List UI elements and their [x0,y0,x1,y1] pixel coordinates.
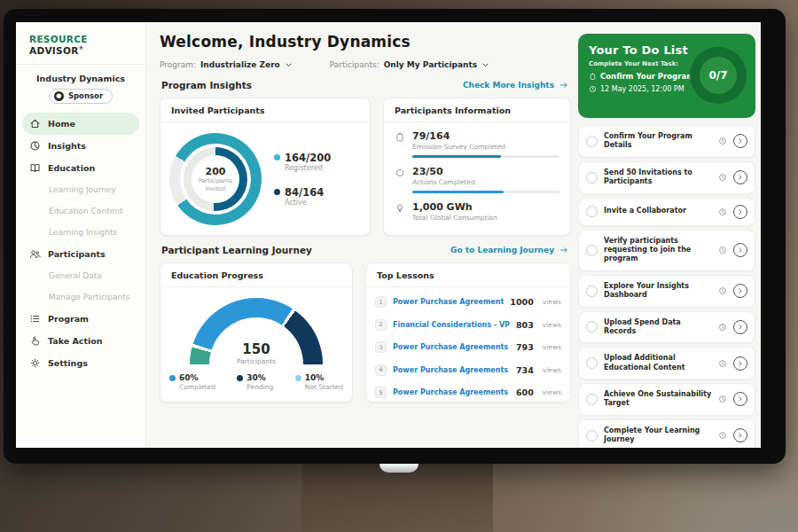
task-label: Explore Your Insights Dashboard [604,282,712,301]
lesson-views: 734 [516,365,534,375]
top-lessons-card: Top Lessons 1 Power Purchase Agreements … [365,262,571,403]
chevron-right-icon [737,395,744,403]
task-open-button[interactable] [733,356,747,371]
task-open-button[interactable] [733,392,747,406]
go-to-learning-journey-link[interactable]: Go to Learning Journey [450,246,569,254]
clock-icon [718,323,727,332]
sidebar-item-learning-insights[interactable]: Learning Insights [16,222,145,243]
clock-icon [718,431,727,440]
org-name: Industry Dynamics [16,74,145,83]
task-item[interactable]: Verify participants requesting to join t… [578,230,755,271]
sidebar-item-home[interactable]: Home [22,113,139,135]
task-label: Confirm Your Program Details [604,132,712,151]
task-open-button[interactable] [733,284,747,298]
legend-label: Pending [237,383,273,391]
task-item[interactable]: Invite a Collaborator [578,198,755,226]
task-open-button[interactable] [733,320,747,334]
task-checkbox[interactable] [586,286,598,297]
card-title: Participants Information [384,98,570,122]
sidebar-item-insights[interactable]: Insights [16,135,145,157]
todo-panel: Your To Do List Complete Your Next Task:… [578,22,761,448]
program-select[interactable]: Program: Industrialize Zero [160,60,293,69]
task-checkbox[interactable] [586,172,598,184]
participants-select[interactable]: Participants: Only My Participants [330,60,489,69]
info-value: 79/164 [412,130,559,142]
lesson-views: 793 [516,342,534,352]
task-checkbox[interactable] [586,136,598,147]
task-open-button[interactable] [733,205,747,219]
clock-icon [718,359,727,368]
sidebar-item-settings[interactable]: Settings [16,352,145,374]
task-label: Achieve One Sustainability Target [604,390,712,409]
legend-entry-active: 84/164 Active [274,186,331,207]
sidebar-item-learning-journey[interactable]: Learning Journey [16,179,145,200]
sidebar-item-general-data[interactable]: General Data [16,265,145,286]
task-item[interactable]: Confirm Your Program Details [578,125,755,158]
clock-icon [718,173,727,182]
todo-progress-value: 0/7 [708,69,727,82]
clipboard-icon [589,73,597,81]
take-action-icon [29,335,41,347]
views-suffix: views [543,388,561,396]
task-item[interactable]: Upload Spend Data Records [578,311,755,344]
task-label: Complete Your Learning Journey [604,426,712,445]
task-open-button[interactable] [733,243,747,257]
task-item[interactable]: Achieve One Sustainability Target [578,383,755,416]
invited-participants-card: Invited Participants 200 Participants In… [160,98,371,236]
sidebar-item-participants[interactable]: Participants [16,243,145,265]
card-title: Invited Participants [160,98,370,122]
task-checkbox[interactable] [586,394,598,405]
sidebar-item-manage-participants[interactable]: Manage Participants [16,286,145,308]
lesson-link[interactable]: Power Purchase Agreements 101 [393,298,504,306]
education-legend: 60% Completed 30% Pending 10% Not Starte… [160,365,352,391]
task-item[interactable]: Explore Your Insights Dashboard [578,275,755,308]
sponsor-icon: ● [54,91,64,101]
lesson-link[interactable]: Power Purchase Agreements 102 [393,366,510,374]
todo-due-label: 12 May 2025, 12:00 PM [600,85,685,93]
clipboard-icon [395,132,405,143]
task-checkbox[interactable] [586,245,598,256]
chevron-down-icon [285,61,293,69]
monitor-stand [301,464,493,532]
views-suffix: views [543,321,561,329]
task-item[interactable]: Complete Your Learning Journey [578,419,755,448]
task-open-button[interactable] [733,428,747,442]
legend-entry-completed: 60% Completed [169,373,215,391]
education-gauge-chart: 150 Participants [190,298,323,365]
actions-icon [395,168,405,178]
program-select-label: Program: [160,60,196,69]
task-item[interactable]: Upload Additional Educational Content [578,347,755,379]
link-label: Check More Insights [463,81,554,90]
sidebar-item-take-action[interactable]: Take Action [16,330,145,352]
lesson-link[interactable]: Power Purchase Agreements 103 [393,388,510,396]
task-checkbox[interactable] [586,206,598,217]
dashboard-screen: RESOURCE ADVISOR+ Industry Dynamics ● Sp… [16,22,761,448]
lesson-rank: 4 [375,364,387,376]
chevron-right-icon [737,324,744,331]
task-label: Upload Additional Educational Content [604,354,712,372]
task-item[interactable]: Send 50 Invitations to Participants [578,161,755,194]
lesson-views: 600 [516,387,534,397]
sidebar-item-education[interactable]: Education [16,157,145,179]
participants-information-card: Participants Information 79/164 Emission… [383,98,571,236]
task-open-button[interactable] [733,170,747,184]
lesson-row: 5 Power Purchase Agreements 103 600views [375,381,561,404]
education-progress-card: Education Progress 150 Participants 60% … [160,262,353,403]
task-checkbox[interactable] [586,430,598,442]
check-more-insights-link[interactable]: Check More Insights [463,81,569,90]
invited-legend: 164/200 Registered 84/164 Active [274,152,331,207]
task-checkbox[interactable] [586,357,598,369]
task-checkbox[interactable] [586,321,598,332]
lesson-link[interactable]: Financial Considerations - VPPAs [393,321,510,329]
lesson-rank: 3 [375,341,387,353]
arrow-right-icon [559,246,569,254]
clock-icon [718,246,727,254]
sidebar-item-label: Participants [48,249,106,259]
task-open-button[interactable] [733,134,747,148]
legend-pct: 30% [246,373,266,382]
views-suffix: views [543,366,561,374]
lesson-link[interactable]: Power Purchase Agreements 101 [393,343,510,351]
info-value: 1,000 GWh [412,201,559,213]
sidebar-item-program[interactable]: Program [16,308,145,330]
sidebar-item-education-content[interactable]: Education Content [16,200,145,222]
